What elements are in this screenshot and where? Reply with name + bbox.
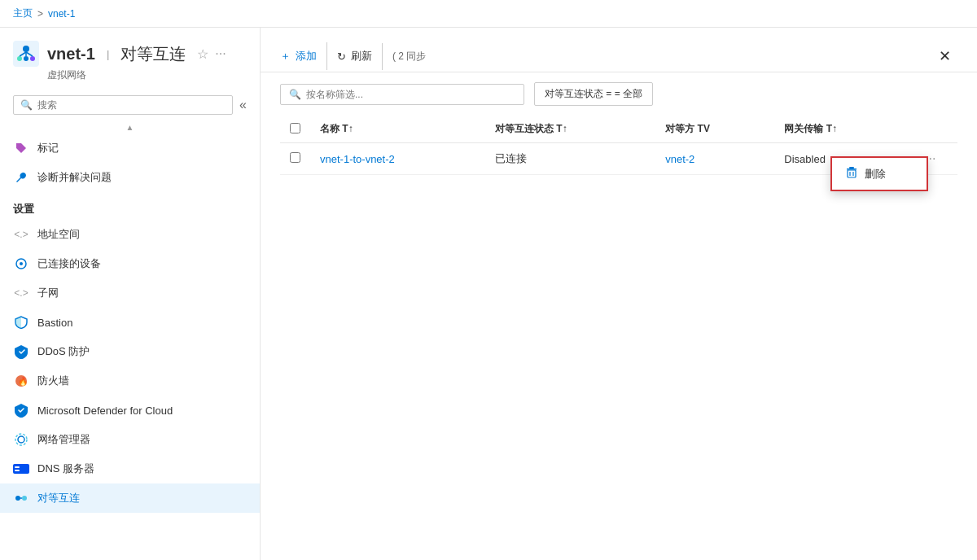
svg-rect-14 — [13, 464, 29, 474]
svg-point-18 — [22, 496, 27, 501]
breadcrumb-separator: > — [37, 8, 43, 20]
breadcrumb-current[interactable]: vnet-1 — [48, 8, 75, 20]
sidebar-item-dns[interactable]: DNS 服务器 — [0, 454, 260, 483]
sidebar-item-peerings-label: 对等互连 — [37, 491, 80, 505]
sync-label: ( 2 同步 — [392, 50, 426, 63]
sidebar-item-diagnose[interactable]: 诊断并解决问题 — [0, 163, 260, 192]
row-peer-cell[interactable]: vnet-2 — [655, 143, 774, 175]
svg-rect-22 — [848, 170, 856, 177]
subnet-icon: <.> — [13, 285, 29, 301]
svg-point-12 — [18, 436, 24, 443]
filter-search-input[interactable] — [306, 89, 515, 100]
sidebar-item-subnets-label: 子网 — [37, 286, 59, 300]
sidebar-item-connected-devices[interactable]: 已连接的设备 — [0, 249, 260, 278]
breadcrumb-home[interactable]: 主页 — [13, 7, 33, 20]
sidebar-item-ddos[interactable]: DDoS 防护 — [0, 337, 260, 366]
sidebar-item-bastion[interactable]: Bastion — [0, 308, 260, 337]
add-icon: ＋ — [280, 49, 291, 63]
svg-rect-15 — [15, 466, 20, 468]
name-col-header[interactable]: 名称 T↑ — [310, 116, 485, 143]
svg-point-3 — [24, 56, 28, 61]
sidebar-item-tags[interactable]: 标记 — [0, 133, 260, 163]
sidebar-item-address-space[interactable]: <.> 地址空间 — [0, 220, 260, 249]
scroll-up-icon[interactable]: ▲ — [126, 123, 134, 132]
svg-point-17 — [15, 496, 20, 501]
favorite-star-icon[interactable]: ☆ — [197, 46, 208, 62]
table-container: 名称 T↑ 对等互连状态 T↑ 对等方 TV 网关传输 T↑ — [261, 116, 977, 560]
svg-point-1 — [23, 46, 29, 52]
firewall-icon: 🔥 — [13, 373, 29, 389]
status-filter-button[interactable]: 对等互连状态 = = 全部 — [534, 82, 653, 106]
sidebar: vnet-1 | 对等互连 ☆ ··· 虚拟网络 🔍 « ▲ — [0, 28, 261, 560]
ddos-icon — [13, 343, 29, 360]
sidebar-item-address-space-label: 地址空间 — [37, 227, 80, 242]
collapse-sidebar-button[interactable]: « — [239, 98, 247, 112]
scroll-indicator: ▲ — [0, 121, 260, 133]
row-checkbox-cell[interactable] — [280, 143, 310, 175]
row-checkbox[interactable] — [290, 152, 300, 163]
sidebar-item-bastion-label: Bastion — [37, 317, 72, 329]
sidebar-item-firewall[interactable]: 🔥 防火墙 — [0, 366, 260, 396]
breadcrumb: 主页 > vnet-1 — [0, 0, 977, 28]
peer-col-header[interactable]: 对等方 TV — [655, 116, 774, 143]
sidebar-nav: 标记 诊断并解决问题 设置 <.> 地址空间 — [0, 133, 260, 560]
sidebar-item-tags-label: 标记 — [37, 141, 59, 155]
header-more-icon[interactable]: ··· — [215, 46, 226, 61]
select-all-checkbox[interactable] — [290, 123, 300, 133]
sidebar-item-defender[interactable]: Microsoft Defender for Cloud — [0, 396, 260, 425]
sidebar-header: vnet-1 | 对等互连 ☆ ··· 虚拟网络 — [0, 28, 260, 89]
bastion-icon — [13, 314, 29, 330]
svg-text:🔥: 🔥 — [18, 376, 28, 387]
status-col-header[interactable]: 对等互连状态 T↑ — [485, 116, 655, 143]
search-input[interactable] — [37, 99, 226, 111]
main-content: ＋ 添加 ↻ 刷新 ( 2 同步 ✕ 🔍 对等互连状态 = = 全部 — [261, 28, 977, 560]
status-filter-label: 对等互连状态 = = 全部 — [545, 87, 642, 101]
sidebar-item-network-manager[interactable]: 网络管理器 — [0, 425, 260, 454]
sidebar-item-peerings[interactable]: 对等互连 — [0, 483, 260, 513]
resource-type-label: 虚拟网络 — [47, 68, 247, 82]
dns-icon — [13, 461, 29, 477]
sidebar-title: vnet-1 — [47, 45, 95, 63]
row-name-cell[interactable]: vnet-1-to-vnet-2 — [310, 143, 485, 175]
actions-col-header — [909, 116, 957, 143]
svg-rect-20 — [849, 167, 854, 168]
action-buttons: ＋ 添加 ↻ 刷新 ( 2 同步 — [280, 42, 932, 70]
filter-search-box[interactable]: 🔍 — [280, 84, 524, 105]
svg-point-4 — [30, 56, 35, 61]
wrench-icon — [13, 169, 29, 186]
svg-rect-16 — [15, 470, 20, 471]
network-mgr-icon — [13, 431, 29, 448]
delete-icon — [845, 166, 858, 182]
gateway-col-header[interactable]: 网关传输 T↑ — [774, 116, 909, 143]
defender-icon — [13, 402, 29, 418]
peer-link[interactable]: vnet-2 — [665, 153, 694, 165]
svg-point-9 — [20, 262, 23, 265]
refresh-button[interactable]: ↻ 刷新 — [326, 42, 382, 70]
add-label: 添加 — [296, 49, 317, 63]
tag-icon — [13, 140, 29, 156]
refresh-icon: ↻ — [337, 50, 346, 63]
sidebar-item-ddos-label: DDoS 防护 — [37, 344, 90, 359]
sidebar-item-diagnose-label: 诊断并解决问题 — [37, 170, 112, 185]
sidebar-item-dns-label: DNS 服务器 — [37, 462, 94, 476]
sidebar-subtitle: 对等互连 — [120, 43, 186, 65]
svg-rect-21 — [847, 168, 857, 170]
filter-bar: 🔍 对等互连状态 = = 全部 — [261, 72, 977, 116]
svg-point-2 — [17, 56, 22, 61]
content-toolbar: ＋ 添加 ↻ 刷新 ( 2 同步 ✕ — [261, 28, 977, 72]
sidebar-item-connected-devices-label: 已连接的设备 — [37, 256, 101, 271]
delete-menu-item[interactable]: 删除 — [832, 158, 927, 190]
close-button[interactable]: ✕ — [932, 41, 957, 72]
delete-label: 删除 — [865, 167, 886, 182]
context-menu: 删除 — [830, 156, 928, 191]
add-button[interactable]: ＋ 添加 — [280, 42, 326, 70]
search-icon: 🔍 — [20, 99, 33, 111]
sidebar-item-subnets[interactable]: <.> 子网 — [0, 278, 260, 308]
sidebar-item-defender-label: Microsoft Defender for Cloud — [37, 405, 173, 417]
search-box[interactable]: 🔍 — [13, 95, 233, 115]
sync-info: ( 2 同步 — [382, 43, 436, 70]
peering-name-link[interactable]: vnet-1-to-vnet-2 — [320, 153, 395, 165]
svg-point-13 — [15, 434, 27, 445]
peering-status: 已连接 — [495, 152, 527, 164]
select-all-col[interactable] — [280, 116, 310, 143]
